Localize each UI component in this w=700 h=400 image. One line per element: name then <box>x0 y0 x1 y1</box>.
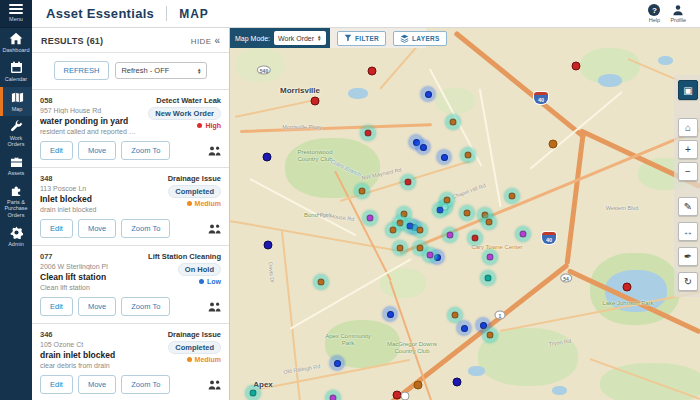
pan-button[interactable]: ↔ <box>678 222 698 241</box>
sidebar-item-parts-purchase-orders[interactable]: Parts & Purchase Orders <box>0 180 32 222</box>
refresh-map-button[interactable]: ↻ <box>678 272 698 291</box>
work-order-marker[interactable] <box>421 87 435 101</box>
map-extent-button[interactable]: ▣ <box>678 80 698 100</box>
sidebar-item-map[interactable]: Map <box>0 87 32 116</box>
work-order-marker[interactable] <box>363 211 378 226</box>
work-order-marker[interactable] <box>481 271 496 286</box>
sidebar-item-menu[interactable]: Menu <box>0 0 32 28</box>
results-title: RESULTS (61) <box>41 36 103 46</box>
sidebar-item-calendar[interactable]: Calendar <box>0 57 32 86</box>
zoom-out-button[interactable]: − <box>678 162 698 181</box>
work-order-marker[interactable] <box>549 140 558 149</box>
work-order-marker[interactable] <box>368 67 377 76</box>
zoom-to-button[interactable]: Zoom To <box>121 375 170 394</box>
work-order-marker[interactable] <box>572 62 581 71</box>
sidebar-item-assets[interactable]: Assets <box>0 152 32 180</box>
work-order-marker[interactable] <box>460 206 475 221</box>
edit-button[interactable]: Edit <box>40 297 73 316</box>
work-order-marker[interactable] <box>505 189 520 204</box>
work-order-marker[interactable] <box>468 231 483 246</box>
zoom-to-button[interactable]: Zoom To <box>121 141 170 160</box>
priority-dot-icon <box>187 357 192 362</box>
work-order-marker[interactable] <box>423 248 438 263</box>
move-button[interactable]: Move <box>78 375 116 394</box>
zoom-in-button[interactable]: + <box>678 140 698 159</box>
sidebar-item-dashboard[interactable]: Dashboard <box>0 28 32 57</box>
work-order-marker[interactable] <box>482 215 497 230</box>
work-order-title: Inlet blocked <box>40 194 139 204</box>
map-mode-select[interactable]: Work Order ▲▼ <box>274 31 326 45</box>
work-order-marker[interactable] <box>416 140 430 154</box>
work-order-marker[interactable] <box>433 203 448 218</box>
work-order-card[interactable]: 058 957 High House Rd water ponding in y… <box>32 89 229 167</box>
work-order-marker[interactable] <box>457 321 471 335</box>
work-order-marker[interactable] <box>361 126 376 141</box>
work-order-marker[interactable] <box>483 328 498 343</box>
work-order-marker[interactable] <box>355 184 370 199</box>
edit-button[interactable]: Edit <box>40 375 73 394</box>
work-order-card[interactable]: 077 2006 W Sterlington Pl Clean lift sta… <box>32 245 229 323</box>
work-order-marker[interactable] <box>437 150 451 164</box>
zoom-to-button[interactable]: Zoom To <box>121 297 170 316</box>
work-order-marker[interactable] <box>246 386 261 400</box>
work-order-marker[interactable] <box>264 241 273 250</box>
map-canvas[interactable]: MorrisvilleApexPrestonwood Country ClubB… <box>230 28 700 400</box>
work-order-type: Detect Water Leak <box>156 96 221 105</box>
filter-button[interactable]: FILTER <box>337 31 386 46</box>
work-order-card[interactable]: 346 105 Ozone Ct drain inlet blocked cle… <box>32 323 229 400</box>
menu-icon <box>9 4 23 14</box>
work-order-marker[interactable] <box>443 228 458 243</box>
work-order-marker[interactable] <box>414 381 423 390</box>
profile-button[interactable]: Profile <box>670 4 686 23</box>
edit-button[interactable]: Edit <box>40 219 73 238</box>
refresh-button[interactable]: REFRESH <box>54 61 110 80</box>
work-order-marker[interactable] <box>516 227 531 242</box>
move-button[interactable]: Move <box>78 141 116 160</box>
work-order-marker[interactable] <box>386 223 401 238</box>
work-order-marker[interactable] <box>330 356 344 370</box>
work-order-marker[interactable] <box>314 275 329 290</box>
crew-icon[interactable] <box>208 224 221 234</box>
work-order-marker[interactable] <box>263 153 272 162</box>
sidebar-item-label: Work Orders <box>1 135 31 148</box>
work-order-marker[interactable] <box>311 97 320 106</box>
crew-icon[interactable] <box>208 380 221 390</box>
home-button[interactable]: ⌂ <box>678 118 698 137</box>
status-badge: On Hold <box>178 263 221 276</box>
sidebar-item-admin[interactable]: Admin <box>0 222 32 251</box>
help-button[interactable]: ? Help <box>648 4 660 23</box>
work-order-marker[interactable] <box>383 307 397 321</box>
refresh-mode-select[interactable]: Refresh - OFF ▲▼ <box>115 62 207 79</box>
map-label: Morrisville <box>280 86 320 95</box>
work-order-marker[interactable] <box>401 392 410 400</box>
work-order-marker[interactable] <box>453 378 462 387</box>
sidebar-item-label: Menu <box>9 16 23 22</box>
draw-button[interactable]: ✒ <box>678 247 698 266</box>
move-button[interactable]: Move <box>78 297 116 316</box>
crew-icon[interactable] <box>208 146 221 156</box>
wrench-icon <box>10 120 23 133</box>
work-order-marker[interactable] <box>446 115 461 130</box>
sidebar-item-work-orders[interactable]: Work Orders <box>0 116 32 152</box>
priority-dot-icon <box>187 201 192 206</box>
edit-button[interactable]: Edit <box>40 141 73 160</box>
work-order-marker[interactable] <box>483 250 498 265</box>
collapse-icon: « <box>214 37 220 45</box>
work-order-marker[interactable] <box>401 175 416 190</box>
work-order-marker[interactable] <box>393 241 408 256</box>
work-order-marker[interactable] <box>326 391 341 400</box>
layers-button[interactable]: LAYERS <box>393 31 447 46</box>
measure-button[interactable]: ✎ <box>678 197 698 216</box>
map-toolbar: FILTER LAYERS <box>330 28 426 48</box>
work-order-marker[interactable] <box>461 148 476 163</box>
work-order-marker[interactable] <box>413 223 428 238</box>
water-area <box>468 366 485 376</box>
crew-icon[interactable] <box>208 302 221 312</box>
move-button[interactable]: Move <box>78 219 116 238</box>
work-order-marker[interactable] <box>448 308 463 323</box>
hide-panel-button[interactable]: HIDE « <box>191 37 220 46</box>
work-order-card[interactable]: 348 113 Poscoe Ln Inlet blocked drain in… <box>32 167 229 245</box>
zoom-to-button[interactable]: Zoom To <box>121 219 170 238</box>
map-label: Western Blvd <box>606 205 639 211</box>
work-order-marker[interactable] <box>623 283 632 292</box>
